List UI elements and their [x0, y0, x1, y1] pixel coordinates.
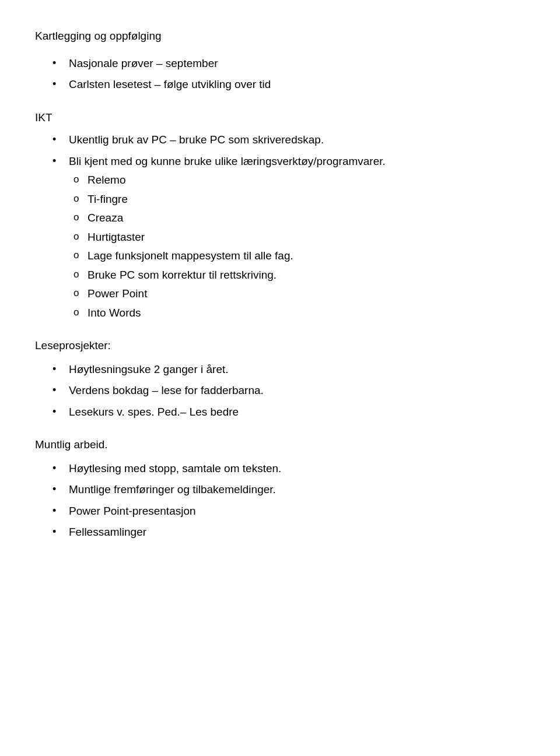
list-item: Creaza: [69, 210, 525, 227]
list-item: Verdens bokdag – lese for fadderbarna.: [52, 382, 525, 399]
page-content: Kartlegging og oppfølging Nasjonale prøv…: [35, 28, 525, 541]
list-item: Lage funksjonelt mappesystem til alle fa…: [69, 248, 525, 265]
leseprosjekter-bullets: Høytlesningsuke 2 ganger i året. Verdens…: [52, 361, 525, 421]
list-item: Lesekurs v. spes. Ped.– Les bedre: [52, 404, 525, 421]
list-item: Høytlesing med stopp, samtale om teksten…: [52, 460, 525, 477]
leseprosjekter-section: Leseprosjekter: Høytlesningsuke 2 ganger…: [35, 337, 525, 420]
list-item: Ti-fingre: [69, 191, 525, 208]
top-bullets: Nasjonale prøver – september Carlsten le…: [52, 55, 525, 93]
muntlig-label: Muntlig arbeid.: [35, 437, 525, 453]
list-item: Power Point: [69, 286, 525, 303]
list-item: Ukentlig bruk av PC – bruke PC som skriv…: [52, 132, 525, 149]
leseprosjekter-label: Leseprosjekter:: [35, 337, 525, 354]
list-item: Fellessamlinger: [52, 524, 525, 541]
list-item: Into Words: [69, 305, 525, 322]
ikt-section: IKT Ukentlig bruk av PC – bruke PC som s…: [35, 110, 525, 322]
sub-items: Relemo Ti-fingre Creaza Hurtigtaster Lag…: [69, 172, 525, 321]
list-item: Power Point-presentasjon: [52, 503, 525, 520]
list-item: Nasjonale prøver – september: [52, 55, 525, 72]
main-heading: Kartlegging og oppfølging: [35, 28, 525, 45]
list-item: Carlsten lesetest – følge utvikling over…: [52, 76, 525, 93]
list-item: Bruke PC som korrektur til rettskriving.: [69, 267, 525, 284]
muntlig-bullets: Høytlesing med stopp, samtale om teksten…: [52, 460, 525, 541]
muntlig-section: Muntlig arbeid. Høytlesing med stopp, sa…: [35, 437, 525, 541]
list-item: Bli kjent med og kunne bruke ulike lærin…: [52, 153, 525, 322]
ikt-label: IKT: [35, 110, 525, 126]
list-item: Høytlesningsuke 2 ganger i året.: [52, 361, 525, 378]
ikt-bullets: Ukentlig bruk av PC – bruke PC som skriv…: [52, 132, 525, 321]
list-item: Muntlige fremføringer og tilbakemeldinge…: [52, 481, 525, 498]
list-item: Hurtigtaster: [69, 229, 525, 246]
heading-section: Kartlegging og oppfølging Nasjonale prøv…: [35, 28, 525, 93]
list-item: Relemo: [69, 172, 525, 189]
